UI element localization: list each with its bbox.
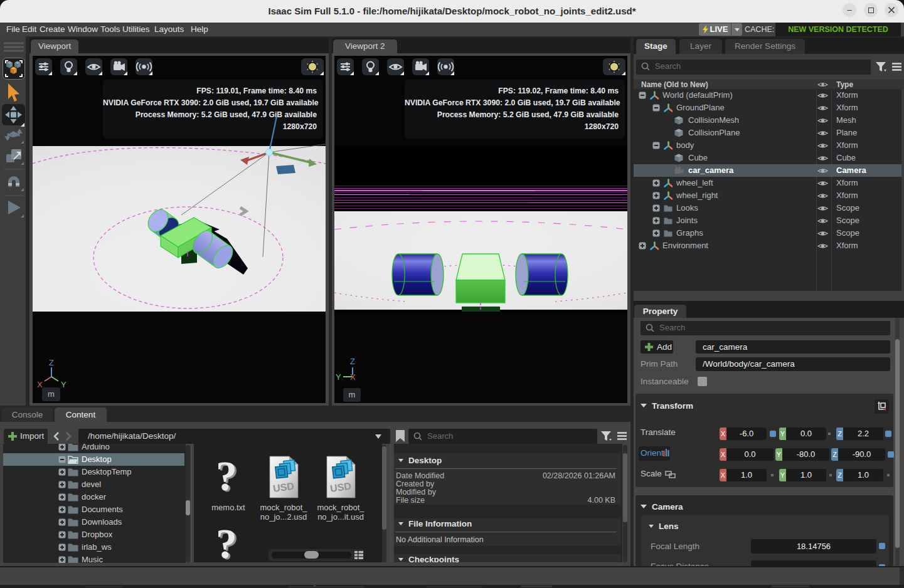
svg-text:Z: Z [49, 358, 54, 367]
svg-text:?: ? [216, 456, 237, 498]
svg-text:Y: Y [336, 372, 341, 382]
svg-text:?: ? [216, 523, 237, 562]
svg-text:Z: Z [350, 357, 355, 366]
svg-text:X: X [350, 372, 356, 382]
svg-text:Y: Y [61, 380, 66, 389]
